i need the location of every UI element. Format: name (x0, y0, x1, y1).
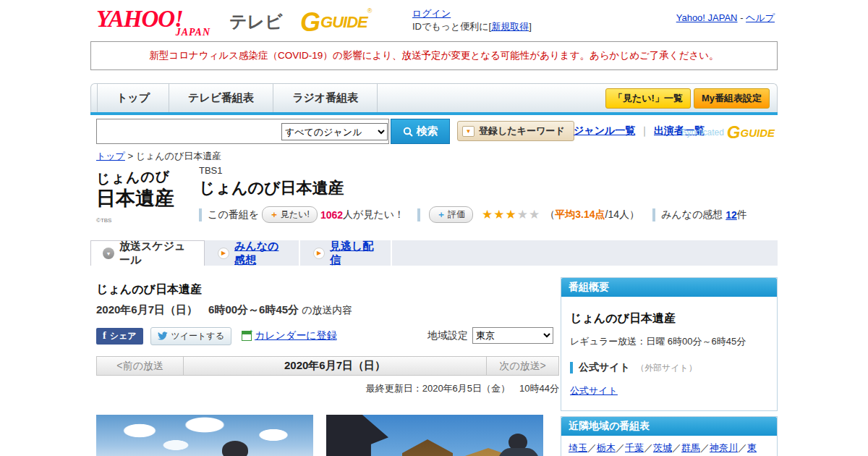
syndicated-label: Syndicated (681, 127, 723, 138)
search-links-separator: ｜ (639, 124, 650, 136)
region-select[interactable]: 東京 (472, 327, 553, 344)
chevron-down-circle-icon: ▼ (103, 248, 114, 259)
rate-button[interactable]: ＋評価 (429, 206, 473, 223)
program-info: TBS1 じょんのび日本遺産 この番組を ＋見たい! 1062 人が見たい！ ＋… (199, 165, 776, 223)
tab-catchup-label[interactable]: 見逃し配信 (330, 240, 379, 267)
impressions-count-link[interactable]: 12 (726, 209, 737, 221)
registered-keywords-button[interactable]: ▼ 登録したキーワード (457, 121, 574, 141)
nav-tabs: トップ テレビ番組表 ラジオ番組表 (97, 84, 378, 112)
region-link-gunma[interactable]: 群馬 (681, 442, 700, 453)
region-separator: ／ (672, 442, 681, 453)
facebook-share-label: シェア (110, 330, 137, 342)
program-title: じょんのび日本遺産 (199, 177, 776, 199)
nearby-regions-header: 近隣地域の番組表 (561, 417, 777, 436)
calendar-register-link[interactable]: カレンダーに登録 (255, 329, 337, 342)
official-site-link[interactable]: 公式サイト (570, 384, 618, 397)
divider-bar (417, 208, 420, 221)
nearby-regions-links: 埼玉／栃木／千葉／茨城／群馬／神奈川／東 (561, 436, 777, 456)
nav-tab-tv-schedule[interactable]: テレビ番組表 (169, 84, 273, 112)
tab-impressions[interactable]: ▶ みんなの感想 (206, 240, 300, 266)
mitai-list-button[interactable]: 「見たい!」一覧 (605, 88, 691, 109)
service-name: テレビ (229, 10, 283, 33)
tweet-label: ツイートする (171, 330, 224, 342)
region-link-saitama[interactable]: 埼玉 (569, 442, 587, 453)
rate-button-label: 評価 (448, 208, 465, 221)
covid-notice: 新型コロナウィルス感染症（COVID-19）の影響により、放送予定が変更となる可… (90, 41, 778, 70)
mitai-pre-text: この番組を (208, 208, 259, 221)
photo-person-head (222, 441, 248, 456)
yahoo-japan-logo[interactable]: YAHOO! JAPAN (96, 6, 226, 36)
yahoo-japan-link[interactable]: Yahoo! JAPAN (676, 12, 738, 23)
calendar-register: カレンダーに登録 (242, 329, 337, 342)
photo-person-body (497, 448, 540, 456)
official-site-note: （外部サイト） (636, 362, 697, 374)
chevron-glyph: ▼ (466, 128, 472, 135)
current-broadcast-date: 2020年6月7日（日） (184, 357, 486, 375)
tab-broadcast-schedule[interactable]: ▼ 放送スケジュール (90, 240, 205, 266)
official-site-row: 公式サイト （外部サイト） (570, 361, 768, 374)
gguide-rest: GUIDE (320, 13, 367, 31)
rating-open: （ (545, 208, 555, 220)
region-link-kanagawa[interactable]: 神奈川 (710, 442, 738, 453)
signup-link[interactable]: 新規取得 (491, 21, 529, 32)
login-link[interactable]: ログイン (412, 8, 451, 19)
photo-festival-float (402, 439, 453, 456)
nav-strip: トップ テレビ番組表 ラジオ番組表 「見たい!」一覧 My番組表設定 (90, 83, 778, 112)
broadcast-date-line: 2020年6月7日（日） 6時00分～6時45分 の放送内容 (96, 303, 553, 317)
facebook-icon: f (103, 330, 106, 342)
broadcast-date-suffix: の放送内容 (299, 304, 352, 316)
facebook-share-button[interactable]: fシェア (96, 328, 143, 345)
region-link-ibaraki[interactable]: 茨城 (653, 442, 672, 453)
nearby-regions-box: 近隣地域の番組表 埼玉／栃木／千葉／茨城／群馬／神奈川／東 (561, 416, 778, 456)
breadcrumb-separator: > (125, 151, 136, 161)
program-logo-line2: 日本遺産 (96, 185, 184, 211)
photo-person (495, 434, 542, 456)
nav-tab-radio-schedule[interactable]: ラジオ番組表 (273, 84, 378, 112)
impressions-label: みんなの感想 (661, 208, 723, 221)
login-note-pre: IDでもっと便利に[ (412, 21, 491, 32)
divider-bar (199, 208, 202, 221)
play-glyph: ▶ (317, 250, 321, 256)
tweet-button[interactable]: ツイートする (150, 327, 231, 345)
syndicated-gguide: SyndicatedGGUIDE (681, 122, 775, 143)
my-schedule-settings-button[interactable]: My番組表設定 (694, 88, 770, 109)
genre-select[interactable]: すべてのジャンル (281, 123, 388, 140)
registered-keywords-label: 登録したキーワード (479, 124, 565, 138)
episode-photo-festival (326, 415, 543, 456)
search-button[interactable]: 検索 (391, 119, 450, 144)
overview-body: じょんのび日本遺産 レギュラー放送：日曜 6時00分～6時45分 公式サイト （… (561, 297, 777, 408)
plus-icon: ＋ (270, 208, 278, 221)
yahoo-logo-text: YAHOO! (96, 6, 183, 32)
episode-title: じょんのび日本遺産 (96, 282, 553, 297)
breadcrumb-home-link[interactable]: トップ (96, 151, 125, 161)
region-link-tochigi[interactable]: 栃木 (597, 442, 616, 453)
chevron-glyph: ▼ (106, 251, 111, 256)
nav-tab-top[interactable]: トップ (97, 84, 169, 112)
region-separator: ／ (738, 442, 747, 453)
program-overview-box: 番組概要 じょんのび日本遺産 レギュラー放送：日曜 6時00分～6時45分 公式… (561, 277, 778, 411)
tab-impressions-label[interactable]: みんなの感想 (234, 240, 287, 267)
region-link-tokyo[interactable]: 東 (747, 442, 757, 453)
login-note-post: ] (529, 21, 532, 32)
genre-list-link[interactable]: ジャンル一覧 (574, 124, 635, 136)
gguide-g: G (300, 7, 320, 37)
tab-catchup[interactable]: ▶ 見逃し配信 (302, 240, 392, 266)
previous-broadcast-button[interactable]: <前の放送 (97, 357, 184, 375)
stars-empty: ★★ (517, 208, 540, 221)
region-link-chiba[interactable]: 千葉 (625, 442, 644, 453)
page: YAHOO! JAPAN テレビ GGUIDE® ログイン IDでもっと便利に[… (0, 0, 868, 456)
broadcast-datetime: 2020年6月7日（日） 6時00分～6時45分 (96, 303, 299, 316)
play-circle-icon: ▶ (313, 248, 325, 259)
share-row: fシェア ツイートする カレンダーに登録 地域設定 東京 (96, 327, 553, 345)
login-block: ログイン IDでもっと便利に[新規取得] (412, 7, 532, 33)
rating-note: （平均3.14点/14人） (545, 208, 639, 221)
nav-tab-tv-label: テレビ番組表 (188, 91, 254, 105)
search-row: すべてのジャンル 検索 ▼ 登録したキーワード ジャンル一覧｜出演者一覧 Syn… (90, 118, 778, 145)
chevron-down-icon: ▼ (462, 126, 475, 137)
region-separator: ／ (700, 442, 710, 453)
help-link[interactable]: ヘルプ (746, 12, 775, 23)
next-broadcast-button[interactable]: 次の放送> (486, 357, 558, 375)
photo-clouds (96, 415, 313, 456)
mitai-button[interactable]: ＋見たい! (262, 206, 318, 223)
mitai-button-label: 見たい! (281, 208, 310, 221)
